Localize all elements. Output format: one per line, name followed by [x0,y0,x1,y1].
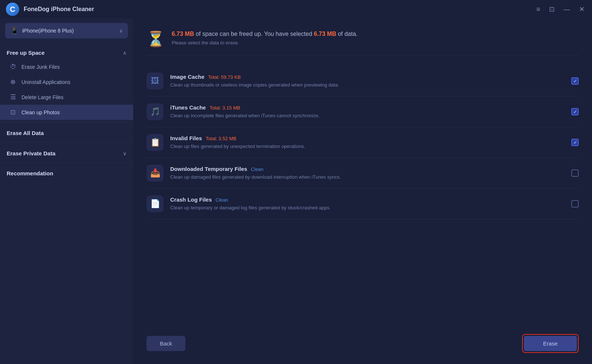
titlebar: C FoneDog iPhone Cleaner ≡ ⊡ — ✕ [0,0,592,18]
device-icon: 📱 [10,27,18,35]
image-cache-name: Image Cache [170,74,205,80]
crash-log-name: Crash Log Files [170,196,212,203]
invalid-files-title-row: Invalid Files Total: 3.52 MB [170,135,565,141]
sidebar-item-label-delete-large: Delete Large Files [21,94,64,100]
minimize-icon[interactable]: — [562,4,572,15]
itunes-cache-desc: Clean up incomplete files generated when… [170,112,565,119]
info-text-post: of data. [336,31,358,37]
itunes-cache-title-row: iTunes Cache Total: 3.15 MB [170,104,565,111]
sidebar-section-erase-private[interactable]: Erase Private Data ∨ [0,145,133,160]
itunes-cache-info: iTunes Cache Total: 3.15 MB Clean up inc… [170,104,565,119]
downloaded-temp-info: Downloaded Temporary Files Clean Clean u… [170,166,565,181]
image-cache-total: Total: 59.73 KB [208,74,241,80]
app-title: FoneDog iPhone Cleaner [24,6,94,13]
sidebar: 📱 iPhone(iPhone 8 Plus) ∨ Free up Space … [0,18,133,364]
file-item-invalid: 📋 Invalid Files Total: 3.52 MB Clean up … [147,127,579,158]
itunes-cache-total: Total: 3.15 MB [209,105,240,111]
bottom-bar: Back Erase [147,325,579,353]
invalid-files-desc: Clean up files generated by unexpected t… [170,143,565,150]
downloaded-temp-desc: Clean up damaged files generated by down… [170,174,565,181]
sidebar-item-label-uninstall: Uninstall Applications [21,79,70,85]
image-cache-desc: Clean up thumbnails or useless image cop… [170,82,565,88]
invalid-files-total: Total: 3.52 MB [206,136,236,141]
device-selector[interactable]: 📱 iPhone(iPhone 8 Plus) ∨ [5,23,128,38]
chat-icon[interactable]: ⊡ [548,4,556,15]
hourglass-icon: ⏳ [147,30,165,48]
image-cache-title-row: Image Cache Total: 59.73 KB [170,74,565,80]
main-layout: 📱 iPhone(iPhone 8 Plus) ∨ Free up Space … [0,18,592,364]
sidebar-section-erase-all[interactable]: Erase All Data [0,125,133,140]
sidebar-section-free-up-space: Free up Space ∧ ⏱ Erase Junk Files ⊗ Uni… [0,44,133,120]
info-text-pre: of space can be freed up. You have selec… [194,31,314,37]
image-cache-icon: 🖼 [147,73,164,90]
invalid-files-icon: 📋 [147,134,164,151]
recommendation-title: Recommendation [7,170,53,176]
crash-log-total: Clean [216,197,228,203]
content-area: ⏳ 6.73 MB of space can be freed up. You … [133,18,592,364]
crash-log-title-row: Crash Log Files Clean [170,196,565,203]
info-banner-sub: Please select the data to erase. [172,40,358,46]
space-amount: 6.73 MB [172,31,194,37]
sidebar-item-clean-photos[interactable]: ⊡ Clean up Photos [0,105,133,120]
erase-junk-icon: ⏱ [9,63,17,71]
crash-log-desc: Clean up temporary or damaged log files … [170,205,565,211]
invalid-files-info: Invalid Files Total: 3.52 MB Clean up fi… [170,135,565,150]
erase-private-chevron-icon: ∨ [123,151,127,156]
sidebar-divider-1 [0,122,133,122]
image-cache-info: Image Cache Total: 59.73 KB Clean up thu… [170,74,565,88]
image-cache-checkbox[interactable] [571,77,579,85]
info-banner: ⏳ 6.73 MB of space can be freed up. You … [147,30,579,55]
downloaded-temp-title-row: Downloaded Temporary Files Clean [170,166,565,172]
selected-amount: 6.73 MB [314,31,336,37]
sidebar-item-erase-junk[interactable]: ⏱ Erase Junk Files [0,60,133,74]
sidebar-divider-3 [0,162,133,163]
invalid-files-checkbox[interactable] [571,139,579,146]
sidebar-item-delete-large[interactable]: ☰ Delete Large Files [0,90,133,105]
erase-button-wrapper: Erase [522,334,579,353]
itunes-cache-icon: 🎵 [147,103,164,120]
titlebar-controls: ≡ ⊡ — ✕ [535,4,586,15]
downloaded-temp-name: Downloaded Temporary Files [170,166,247,172]
erase-all-title: Erase All Data [7,130,44,136]
downloaded-temp-icon: 📥 [147,165,164,182]
downloaded-temp-total: Clean [251,166,263,172]
crash-log-checkbox[interactable] [571,200,579,208]
erase-private-title: Erase Private Data [7,150,56,156]
titlebar-left: C FoneDog iPhone Cleaner [6,3,94,16]
erase-button[interactable]: Erase [524,336,577,351]
file-item-downloaded-temp: 📥 Downloaded Temporary Files Clean Clean… [147,158,579,189]
delete-large-icon: ☰ [9,93,17,101]
back-button[interactable]: Back [147,336,185,351]
menu-icon[interactable]: ≡ [535,4,542,15]
free-up-space-header[interactable]: Free up Space ∧ [0,44,133,60]
downloaded-temp-checkbox[interactable] [571,169,579,177]
crash-log-icon: 📄 [147,195,164,212]
info-banner-text: 6.73 MB of space can be freed up. You ha… [172,30,358,46]
app-logo: C [6,3,19,16]
file-item-itunes-cache: 🎵 iTunes Cache Total: 3.15 MB Clean up i… [147,97,579,127]
crash-log-info: Crash Log Files Clean Clean up temporary… [170,196,565,211]
device-chevron-icon: ∨ [119,28,123,34]
sidebar-item-label-erase-junk: Erase Junk Files [21,64,60,70]
file-list: 🖼 Image Cache Total: 59.73 KB Clean up t… [147,66,579,325]
clean-photos-icon: ⊡ [9,108,17,116]
file-item-crash-log: 📄 Crash Log Files Clean Clean up tempora… [147,189,579,219]
invalid-files-name: Invalid Files [170,135,202,141]
sidebar-item-label-clean-photos: Clean up Photos [21,109,60,115]
itunes-cache-name: iTunes Cache [170,104,206,111]
free-up-space-title: Free up Space [7,50,45,56]
close-icon[interactable]: ✕ [578,4,586,15]
device-name: iPhone(iPhone 8 Plus) [22,28,115,34]
sidebar-section-recommendation[interactable]: Recommendation [0,165,133,181]
uninstall-apps-icon: ⊗ [9,78,17,86]
sidebar-item-uninstall-apps[interactable]: ⊗ Uninstall Applications [0,74,133,90]
free-up-space-chevron-icon: ∧ [123,50,127,56]
itunes-cache-checkbox[interactable] [571,108,579,115]
sidebar-divider-2 [0,142,133,143]
file-item-image-cache: 🖼 Image Cache Total: 59.73 KB Clean up t… [147,66,579,97]
info-banner-main: 6.73 MB of space can be freed up. You ha… [172,30,358,38]
